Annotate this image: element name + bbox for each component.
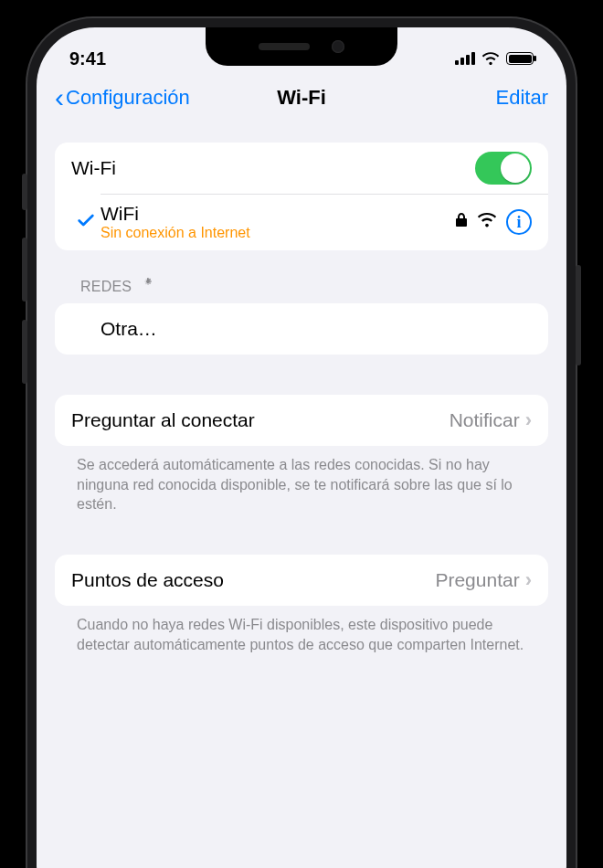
cellular-signal-icon (455, 52, 475, 65)
loading-spinner-icon (139, 278, 157, 296)
network-status: Sin conexión a Internet (100, 225, 250, 241)
power-button[interactable] (576, 265, 581, 365)
checkmark-icon (76, 210, 96, 234)
volume-up-button[interactable] (22, 238, 27, 302)
chevron-right-icon: › (520, 568, 532, 592)
status-time: 9:41 (69, 48, 106, 69)
network-info-button[interactable]: i (506, 209, 532, 235)
nav-bar: ‹ Configuración Wi-Fi Editar (37, 77, 566, 121)
chevron-left-icon: ‹ (55, 84, 64, 111)
ask-to-join-footer: Se accederá automáticamente a las redes … (55, 446, 548, 514)
speaker-grille (259, 43, 310, 50)
network-name: WiFi (100, 203, 250, 225)
other-network-row[interactable]: Otra… (55, 303, 548, 355)
front-camera (332, 40, 344, 53)
volume-down-button[interactable] (22, 320, 27, 384)
phone-frame: 9:41 ‹ Configuración Wi-Fi Editar (27, 18, 576, 868)
hotspot-group: Puntos de acceso Preguntar › (55, 555, 548, 606)
networks-header: REDES (55, 250, 548, 303)
back-button[interactable]: ‹ Configuración (55, 84, 190, 111)
chevron-right-icon: › (520, 408, 532, 432)
hotspot-label: Puntos de acceso (71, 569, 224, 591)
battery-icon (506, 52, 534, 65)
hotspot-row[interactable]: Puntos de acceso Preguntar › (55, 555, 548, 606)
wifi-signal-icon (477, 213, 497, 231)
mute-switch[interactable] (22, 174, 27, 210)
edit-button[interactable]: Editar (496, 86, 548, 110)
connected-network-row[interactable]: WiFi Sin conexión a Internet (55, 194, 548, 250)
networks-header-label: REDES (80, 279, 132, 295)
wifi-toggle[interactable] (475, 152, 532, 185)
wifi-group: Wi-Fi WiFi Sin conexión a Internet (55, 143, 548, 250)
lock-icon (455, 213, 468, 232)
wifi-status-icon (481, 48, 500, 69)
device-notch (206, 27, 397, 66)
hotspot-value: Preguntar (435, 569, 519, 591)
back-label: Configuración (66, 86, 190, 110)
ask-to-join-group: Preguntar al conectar Notificar › (55, 395, 548, 446)
ask-to-join-value: Notificar (450, 409, 520, 431)
wifi-toggle-row: Wi-Fi (55, 143, 548, 194)
other-network-label: Otra… (100, 318, 157, 340)
ask-to-join-label: Preguntar al conectar (71, 409, 255, 431)
wifi-toggle-label: Wi-Fi (71, 157, 116, 179)
hotspot-footer: Cuando no haya redes Wi-Fi disponibles, … (55, 606, 548, 654)
networks-group: Otra… (55, 303, 548, 355)
ask-to-join-row[interactable]: Preguntar al conectar Notificar › (55, 395, 548, 446)
